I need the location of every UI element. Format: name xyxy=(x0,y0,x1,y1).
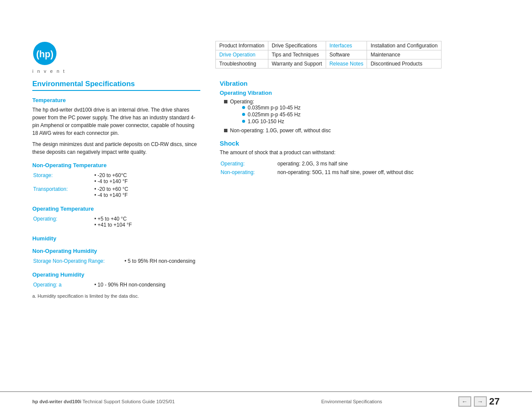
vib-sub-item-1: 0.035mm p-p 10-45 Hz xyxy=(242,105,301,111)
vib-sub-item-3: 1.0G 10-150 Hz xyxy=(242,118,301,125)
next-page-button[interactable]: → xyxy=(474,396,487,407)
storage-label: Storage: xyxy=(33,172,89,185)
shock-body: The amount of shock that a product can w… xyxy=(220,149,513,156)
temp-body2: The design minimizes dust and particle d… xyxy=(32,140,200,156)
op-humidity-label: Operating: a xyxy=(33,281,89,288)
right-content: Vibration Operating Vibration Operating:… xyxy=(220,80,513,179)
footer-section-name: Environmental Specifications xyxy=(321,399,382,404)
nav-warranty[interactable]: Warranty and Support xyxy=(268,59,326,68)
hp-logo-icon: (hp) xyxy=(32,41,57,66)
non-op-humidity-heading: Non-Operating Humidity xyxy=(32,248,200,254)
nav-interfaces[interactable]: Interfaces xyxy=(326,41,367,50)
vibration-title: Vibration xyxy=(220,80,513,87)
vib-nonop-text: Non-operating: 1.0G, power off, without … xyxy=(230,128,331,134)
page-title: Environmental Specifications xyxy=(32,80,200,91)
vib-sub-list: 0.035mm p-p 10-45 Hz 0.025mm p-p 45-65 H… xyxy=(242,105,301,125)
circle-bullet-icon xyxy=(242,106,245,109)
nav-software[interactable]: Software xyxy=(326,50,367,59)
nav-maintenance[interactable]: Maintenance xyxy=(367,50,441,59)
svg-text:(hp): (hp) xyxy=(36,49,53,59)
non-op-temp-table: Storage: • -20 to +60°C • -4 to +140 °F … xyxy=(32,171,200,199)
non-op-temp-heading: Non-Operating Temperature xyxy=(32,162,200,168)
vib-op-item: Operating: 0.035mm p-p 10-45 Hz 0.025mm … xyxy=(224,99,513,126)
circle-bullet-icon xyxy=(242,113,245,116)
shock-nonop-label: Non-operating: xyxy=(221,168,272,176)
square-bullet-icon xyxy=(224,129,227,132)
page-number: 27 xyxy=(489,396,500,407)
op-humidity-value: • 10 - 90% RH non-condensing xyxy=(90,281,199,288)
humidity-heading: Humidity xyxy=(32,235,200,242)
non-op-humidity-table: Storage Non-Operating Range: • 5 to 95% … xyxy=(32,257,200,265)
temperature-heading: Temperature xyxy=(32,97,200,103)
op-label: Operating: xyxy=(230,99,254,105)
op-temp-table: Operating: • +5 to +40 °C • +41 to +104 … xyxy=(32,215,200,229)
invent-text: i n v e n t xyxy=(32,68,66,74)
nav-tips[interactable]: Tips and Techniques xyxy=(268,50,326,59)
vib-sub-item-2: 0.025mm p-p 45-65 Hz xyxy=(242,112,301,118)
nav-drive-specs[interactable]: Drive Specifications xyxy=(268,41,326,50)
op-temp-label: Operating: xyxy=(33,215,89,228)
storage-non-op-label: Storage Non-Operating Range: xyxy=(33,258,119,265)
shock-nonop-value: non-operating: 50G, 11 ms half sine, pow… xyxy=(273,168,512,176)
op-humidity-table: Operating: a • 10 - 90% RH non-condensin… xyxy=(32,280,200,289)
prev-page-button[interactable]: ← xyxy=(458,396,471,407)
nav-product-info[interactable]: Product Information xyxy=(216,41,268,50)
transport-value: • -20 to +60 °C • -4 to +140 °F xyxy=(90,186,199,199)
shock-op-label: Operating: xyxy=(221,160,272,168)
logo-area: (hp) i n v e n t xyxy=(32,41,66,74)
footer-left: hp dvd-writer dvd100i Technical Support … xyxy=(32,399,245,404)
circle-bullet-icon xyxy=(242,120,245,123)
op-temp-heading: Operating Temperature xyxy=(32,206,200,212)
nav-table: Product Information Drive Specifications… xyxy=(215,41,442,68)
op-vib-list: Operating: 0.035mm p-p 10-45 Hz 0.025mm … xyxy=(224,99,513,134)
transport-label: Transportation: xyxy=(33,186,89,199)
left-content: Environmental Specifications Temperature… xyxy=(32,80,200,299)
vib-sub-text-1: 0.035mm p-p 10-45 Hz xyxy=(248,105,301,111)
footer-doc-title: hp dvd-writer dvd100i Technical Support … xyxy=(32,399,175,404)
nav-drive-operation[interactable]: Drive Operation xyxy=(216,50,268,59)
shock-title: Shock xyxy=(220,140,513,147)
nav-troubleshooting[interactable]: Troubleshooting xyxy=(216,59,268,68)
vib-sub-text-3: 1.0G 10-150 Hz xyxy=(248,118,284,125)
nav-release-notes[interactable]: Release Notes xyxy=(326,59,367,68)
humidity-footnote: a. Humidity specification is limited by … xyxy=(32,293,200,299)
shock-table: Operating: operating: 2.0G, 3 ms half si… xyxy=(220,159,513,177)
footer-right: ← → 27 xyxy=(458,396,500,407)
shock-op-value: operating: 2.0G, 3 ms half sine xyxy=(273,160,512,168)
op-humidity-heading: Operating Humidity xyxy=(32,271,200,278)
storage-value: • -20 to +60°C • -4 to +140 °F xyxy=(90,172,199,185)
temp-body1: The hp dvd-writer dvd100i drive is an in… xyxy=(32,106,200,137)
nav-install-config[interactable]: Installation and Configuration xyxy=(367,41,441,50)
storage-non-op-value: • 5 to 95% RH non-condensing xyxy=(120,258,199,265)
op-vib-heading: Operating Vibration xyxy=(220,90,513,96)
square-bullet-icon xyxy=(224,100,227,103)
footer: hp dvd-writer dvd100i Technical Support … xyxy=(0,391,532,411)
vib-nonop-item: Non-operating: 1.0G, power off, without … xyxy=(224,128,513,134)
footer-center: Environmental Specifications xyxy=(245,399,458,404)
vib-sub-text-2: 0.025mm p-p 45-65 Hz xyxy=(248,112,301,118)
nav-discontinued[interactable]: Discontinued Products xyxy=(367,59,441,68)
op-temp-value: • +5 to +40 °C • +41 to +104 °F xyxy=(90,215,199,228)
